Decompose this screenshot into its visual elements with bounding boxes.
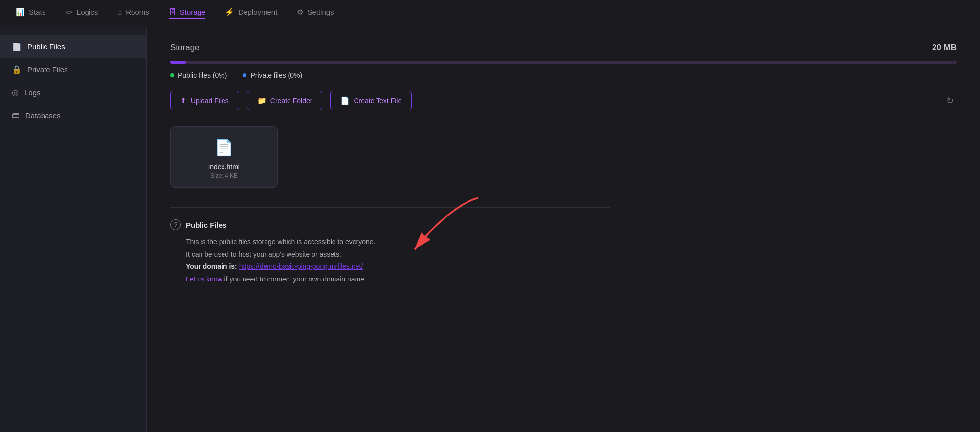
- logics-icon: <>: [65, 8, 73, 16]
- info-line2: It can be used to host your app's websit…: [186, 248, 610, 260]
- storage-legend: Public files (0%) Private files (0%): [170, 71, 957, 79]
- create-folder-button[interactable]: 📁 Create Folder: [247, 91, 323, 110]
- storage-progress-bar: [170, 61, 957, 64]
- storage-header: Storage 20 MB: [170, 43, 957, 53]
- storage-title: Storage: [170, 43, 200, 53]
- nav-item-deployment[interactable]: ⚡ Deployment: [225, 8, 277, 20]
- create-text-label: Create Text File: [354, 97, 401, 105]
- info-icon: ?: [170, 219, 181, 230]
- sidebar-item-private-files[interactable]: 🔒 Private Files: [0, 58, 146, 81]
- create-text-file-button[interactable]: 📄 Create Text File: [330, 91, 412, 110]
- nav-label-logics: Logics: [77, 8, 98, 16]
- info-body: This is the public files storage which i…: [170, 236, 610, 285]
- upload-files-button[interactable]: ⬆ Upload Files: [170, 91, 239, 110]
- file-card-index-html[interactable]: 📄 index.html Size: 4 KB: [170, 126, 278, 188]
- public-files-icon: 📄: [12, 42, 22, 51]
- create-folder-label: Create Folder: [270, 97, 312, 105]
- legend-public-label: Public files (0%): [178, 71, 227, 79]
- storage-icon: 🗄: [169, 8, 176, 16]
- top-nav: 📊 Stats <> Logics ⌂ Rooms 🗄 Storage ⚡ De…: [0, 0, 980, 27]
- domain-url-link[interactable]: https://demo-basic-ping-pong.mrfiles.net…: [239, 262, 363, 270]
- public-dot: [170, 73, 174, 77]
- info-header: ? Public Files: [170, 219, 610, 230]
- nav-item-logics[interactable]: <> Logics: [65, 8, 98, 19]
- text-file-icon: 📄: [340, 96, 350, 105]
- nav-item-stats[interactable]: 📊 Stats: [16, 8, 45, 20]
- info-title: Public Files: [186, 221, 226, 229]
- legend-public: Public files (0%): [170, 71, 227, 79]
- file-size: Size: 4 KB: [210, 173, 238, 179]
- info-line1: This is the public files storage which i…: [186, 236, 610, 248]
- rooms-icon: ⌂: [117, 8, 122, 16]
- nav-label-settings: Settings: [307, 8, 334, 16]
- info-section: ? Public Files This is the public files …: [170, 207, 610, 285]
- sidebar-label-databases: Databases: [25, 111, 61, 120]
- nav-item-settings[interactable]: ⚙ Settings: [297, 8, 334, 20]
- file-grid: 📄 index.html Size: 4 KB: [170, 126, 957, 188]
- nav-item-storage[interactable]: 🗄 Storage: [169, 8, 206, 19]
- legend-private-label: Private files (0%): [250, 71, 302, 79]
- file-name: index.html: [208, 163, 240, 171]
- sidebar-item-logs[interactable]: ◎ Logs: [0, 81, 146, 104]
- domain-label: Your domain is:: [186, 262, 239, 270]
- file-type-icon: 📄: [214, 138, 234, 157]
- databases-icon: 🗃: [12, 111, 20, 120]
- nav-item-rooms[interactable]: ⌂ Rooms: [117, 8, 149, 19]
- sidebar-label-logs: Logs: [24, 88, 41, 97]
- info-domain-row: Your domain is: https://demo-basic-ping-…: [186, 260, 610, 273]
- let-us-know-link[interactable]: Let us know: [186, 275, 223, 283]
- refresh-button[interactable]: ↻: [943, 92, 957, 109]
- deployment-icon: ⚡: [225, 8, 234, 17]
- upload-icon: ⬆: [180, 96, 187, 105]
- sidebar-item-databases[interactable]: 🗃 Databases: [0, 104, 146, 127]
- sidebar-label-public-files: Public Files: [27, 43, 65, 51]
- nav-label-stats: Stats: [29, 8, 45, 16]
- legend-private: Private files (0%): [243, 71, 302, 79]
- stats-icon: 📊: [16, 8, 25, 17]
- upload-label: Upload Files: [191, 97, 229, 105]
- sidebar-label-private-files: Private Files: [27, 65, 68, 74]
- private-dot: [243, 73, 246, 77]
- sidebar: 📄 Public Files 🔒 Private Files ◎ Logs 🗃 …: [0, 27, 147, 432]
- main-content: Storage 20 MB Public files (0%) Private …: [147, 27, 980, 432]
- folder-icon: 📁: [257, 96, 267, 105]
- nav-label-rooms: Rooms: [126, 8, 149, 16]
- nav-label-storage: Storage: [180, 8, 206, 16]
- settings-icon: ⚙: [297, 8, 303, 17]
- sidebar-item-public-files[interactable]: 📄 Public Files: [0, 35, 146, 58]
- logs-icon: ◎: [12, 88, 19, 97]
- progress-bar-fill: [170, 61, 186, 64]
- main-layout: 📄 Public Files 🔒 Private Files ◎ Logs 🗃 …: [0, 27, 980, 432]
- storage-size: 20 MB: [932, 43, 957, 53]
- action-buttons: ⬆ Upload Files 📁 Create Folder 📄 Create …: [170, 91, 957, 110]
- info-cta-row: Let us know if you need to connect your …: [186, 273, 610, 285]
- private-files-icon: 🔒: [12, 65, 22, 74]
- nav-label-deployment: Deployment: [238, 8, 277, 16]
- info-cta-suffix: if you need to connect your own domain n…: [223, 275, 366, 283]
